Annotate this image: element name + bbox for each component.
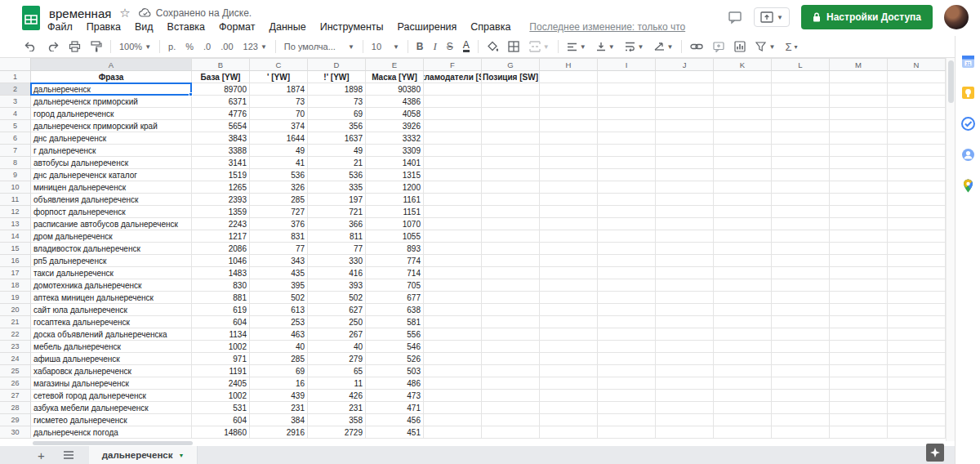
cell-k19[interactable] [714, 292, 772, 304]
avatar[interactable] [944, 5, 969, 29]
cell-n27[interactable] [888, 390, 946, 402]
cell-b2[interactable]: 89700 [192, 83, 250, 96]
comments-icon[interactable] [728, 10, 742, 25]
cell-h20[interactable] [540, 304, 598, 316]
cell-b9[interactable]: 1519 [192, 169, 250, 181]
cell-i25[interactable] [598, 365, 656, 377]
cell-l17[interactable] [772, 267, 830, 279]
column-header-d[interactable]: D [308, 58, 366, 71]
row-header-3[interactable]: 3 [0, 96, 31, 108]
cell-b3[interactable]: 6371 [192, 96, 250, 108]
cell-f16[interactable] [424, 255, 482, 267]
cell-j6[interactable] [656, 132, 714, 145]
cell-a30[interactable]: дальнереченск погода [31, 426, 192, 439]
column-header-n[interactable]: N [888, 58, 946, 71]
cell-f4[interactable] [424, 108, 482, 120]
cell-c7[interactable]: 49 [250, 145, 308, 157]
column-header-i[interactable]: I [598, 58, 656, 71]
cell-c6[interactable]: 1644 [250, 132, 308, 145]
cell-n5[interactable] [888, 120, 946, 132]
cell-b16[interactable]: 1046 [192, 255, 250, 267]
cell-g29[interactable] [482, 414, 540, 426]
cell-j28[interactable] [656, 402, 714, 414]
cell-h15[interactable] [540, 243, 598, 255]
cell-b24[interactable]: 971 [192, 353, 250, 365]
cell-k28[interactable] [714, 402, 772, 414]
cell-b18[interactable]: 830 [192, 279, 250, 292]
cell-b11[interactable]: 2393 [192, 194, 250, 206]
cell-n15[interactable] [888, 243, 946, 255]
cell-b20[interactable]: 619 [192, 304, 250, 316]
cell-f21[interactable] [424, 316, 482, 328]
menu-file[interactable]: Файл [47, 21, 73, 33]
cell-e26[interactable]: 486 [366, 377, 424, 390]
cell-a1[interactable]: Фраза [31, 71, 192, 83]
cell-d24[interactable]: 279 [308, 353, 366, 365]
cell-g4[interactable] [482, 108, 540, 120]
cell-i8[interactable] [598, 157, 656, 169]
cell-n20[interactable] [888, 304, 946, 316]
explore-button[interactable] [926, 444, 944, 462]
cell-k24[interactable] [714, 353, 772, 365]
cell-d8[interactable]: 21 [308, 157, 366, 169]
cell-l4[interactable] [772, 108, 830, 120]
row-header-24[interactable]: 24 [0, 353, 31, 365]
cell-m2[interactable] [830, 83, 888, 96]
number-format-button[interactable]: 123▼ [243, 42, 267, 51]
cell-j4[interactable] [656, 108, 714, 120]
row-header-13[interactable]: 13 [0, 218, 31, 230]
select-all-corner[interactable] [0, 58, 31, 71]
cell-c2[interactable]: 1874 [250, 83, 308, 96]
cell-g20[interactable] [482, 304, 540, 316]
cell-k27[interactable] [714, 390, 772, 402]
cell-h28[interactable] [540, 402, 598, 414]
cell-f15[interactable] [424, 243, 482, 255]
decrease-decimals-button[interactable]: .0 [203, 42, 211, 51]
cell-b12[interactable]: 1359 [192, 206, 250, 218]
cell-f6[interactable] [424, 132, 482, 145]
cell-d4[interactable]: 69 [308, 108, 366, 120]
cell-h6[interactable] [540, 132, 598, 145]
cell-m25[interactable] [830, 365, 888, 377]
cell-n26[interactable] [888, 377, 946, 390]
row-header-9[interactable]: 9 [0, 169, 31, 181]
cell-k13[interactable] [714, 218, 772, 230]
text-color-button[interactable]: A [463, 41, 470, 52]
cell-n19[interactable] [888, 292, 946, 304]
cell-d3[interactable]: 73 [308, 96, 366, 108]
column-header-b[interactable]: B [192, 58, 250, 71]
row-header-11[interactable]: 11 [0, 194, 31, 206]
row-header-15[interactable]: 15 [0, 243, 31, 255]
cell-n23[interactable] [888, 341, 946, 353]
row-header-20[interactable]: 20 [0, 304, 31, 316]
cell-c21[interactable]: 253 [250, 316, 308, 328]
cell-i16[interactable] [598, 255, 656, 267]
cell-a23[interactable]: мебель дальнереченск [31, 341, 192, 353]
cell-f22[interactable] [424, 328, 482, 341]
column-header-l[interactable]: L [772, 58, 830, 71]
cell-g19[interactable] [482, 292, 540, 304]
cell-i9[interactable] [598, 169, 656, 181]
cell-a25[interactable]: хабаровск дальнереченск [31, 365, 192, 377]
cell-j25[interactable] [656, 365, 714, 377]
cell-j15[interactable] [656, 243, 714, 255]
cell-k30[interactable] [714, 426, 772, 439]
fill-handle[interactable] [189, 92, 193, 96]
cell-b1[interactable]: База [YW] [192, 71, 250, 83]
cell-f19[interactable] [424, 292, 482, 304]
cell-m23[interactable] [830, 341, 888, 353]
zoom-select[interactable]: 100%▼ [119, 42, 151, 51]
cell-e21[interactable]: 581 [366, 316, 424, 328]
cell-c28[interactable]: 231 [250, 402, 308, 414]
cell-g27[interactable] [482, 390, 540, 402]
column-header-f[interactable]: F [424, 58, 482, 71]
cell-e27[interactable]: 473 [366, 390, 424, 402]
cell-i29[interactable] [598, 414, 656, 426]
cell-l16[interactable] [772, 255, 830, 267]
cell-i23[interactable] [598, 341, 656, 353]
row-header-6[interactable]: 6 [0, 132, 31, 145]
vertical-scrollbar-thumb[interactable] [948, 60, 954, 103]
cell-i11[interactable] [598, 194, 656, 206]
cell-e6[interactable]: 3332 [366, 132, 424, 145]
cell-e22[interactable]: 556 [366, 328, 424, 341]
